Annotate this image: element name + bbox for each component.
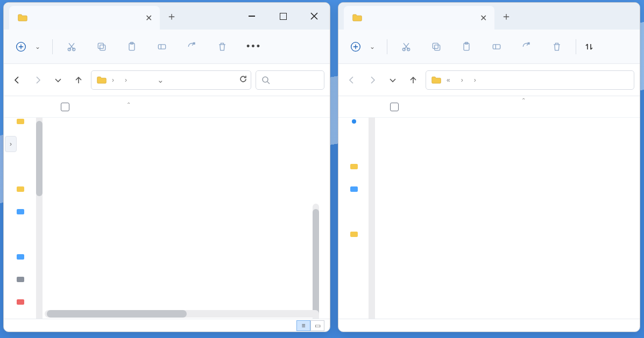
explorer-window-left: ✕ ＋ ⌄ ••• ›: [3, 2, 330, 332]
recent-button[interactable]: [385, 72, 401, 88]
back-button[interactable]: [344, 72, 360, 88]
minimize-button[interactable]: [236, 3, 267, 30]
file-list: [338, 118, 640, 319]
folder-icon: [97, 76, 107, 84]
delete-button[interactable]: [542, 36, 571, 57]
maximize-button[interactable]: [267, 3, 299, 30]
sidebar-peek: [5, 110, 36, 319]
svg-rect-12: [435, 45, 440, 50]
breadcrumb-back[interactable]: «: [447, 76, 450, 84]
svg-rect-4: [98, 43, 103, 48]
svg-rect-16: [493, 44, 500, 48]
separator: [52, 39, 53, 54]
svg-rect-3: [100, 45, 105, 50]
toolbar: ⌄ •••: [4, 30, 330, 64]
column-date[interactable]: ⌃: [511, 102, 613, 111]
new-tab-button[interactable]: ＋: [160, 3, 183, 30]
separator: [576, 39, 576, 54]
new-button[interactable]: ⌄: [8, 37, 48, 56]
up-button[interactable]: [70, 72, 87, 88]
forward-button[interactable]: [364, 72, 380, 88]
status-bar: ≡ ▭: [4, 319, 330, 332]
chevron-down-icon: ⌄: [35, 43, 40, 51]
copy-button[interactable]: [87, 36, 116, 57]
breadcrumb-sep: ›: [125, 76, 127, 84]
svg-point-8: [263, 77, 268, 82]
sidebar-peek: [338, 110, 370, 319]
scrollbar-vertical[interactable]: [313, 204, 319, 319]
new-button[interactable]: ⌄: [343, 37, 383, 56]
toolbar: ⌄: [338, 30, 640, 64]
recent-button[interactable]: [50, 72, 66, 88]
paste-button[interactable]: [117, 36, 146, 57]
copy-button[interactable]: [422, 36, 451, 57]
column-headers: ⌃: [4, 96, 330, 118]
folder-icon: [18, 14, 27, 21]
up-button[interactable]: [405, 72, 421, 88]
chevron-down-icon[interactable]: ⌄: [157, 75, 164, 85]
folder-icon: [352, 14, 362, 21]
svg-rect-13: [433, 43, 438, 48]
sort-indicator-icon: ⌃: [521, 97, 526, 103]
tab-close-button[interactable]: ✕: [145, 13, 152, 23]
select-all-checkbox[interactable]: [390, 103, 399, 111]
cut-button[interactable]: [57, 36, 86, 57]
address-bar[interactable]: › › ⌄: [91, 70, 251, 90]
cut-button[interactable]: [392, 36, 421, 57]
sort-button[interactable]: [585, 42, 597, 51]
tab-active[interactable]: ✕: [344, 6, 494, 30]
new-tab-button[interactable]: ＋: [494, 3, 518, 30]
share-button[interactable]: [178, 36, 207, 57]
paste-button[interactable]: [452, 36, 481, 57]
refresh-button[interactable]: [239, 75, 247, 85]
window-controls: [236, 3, 330, 30]
column-headers: ⌃: [338, 96, 640, 118]
folder-icon: [431, 76, 441, 84]
rename-button[interactable]: [482, 36, 511, 57]
share-button[interactable]: [512, 36, 541, 57]
select-all-checkbox[interactable]: [61, 103, 69, 111]
details-view-button[interactable]: ≡: [296, 320, 310, 331]
separator: [387, 39, 387, 54]
nav-row: « › ›: [338, 64, 640, 96]
titlebar[interactable]: ✕ ＋: [338, 3, 640, 30]
status-bar: [338, 319, 640, 332]
back-button[interactable]: [9, 72, 25, 88]
file-list: [4, 118, 330, 319]
svg-rect-7: [158, 44, 165, 48]
tab-close-button[interactable]: ✕: [480, 13, 487, 23]
scrollbar-vertical[interactable]: [36, 118, 43, 319]
search-input[interactable]: [256, 70, 324, 90]
titlebar[interactable]: ✕ ＋: [4, 3, 330, 30]
more-button[interactable]: •••: [238, 36, 267, 57]
address-bar[interactable]: « › ›: [426, 70, 634, 90]
rename-button[interactable]: [147, 36, 176, 57]
sort-indicator-icon: ⌃: [126, 102, 131, 107]
forward-button[interactable]: [30, 72, 46, 88]
scrollbar-horizontal[interactable]: [45, 310, 319, 318]
nav-row: › › ⌄: [4, 64, 330, 96]
tab-active[interactable]: ✕: [9, 6, 160, 30]
chevron-down-icon: ⌄: [370, 43, 375, 51]
breadcrumb-sep: ›: [112, 76, 114, 84]
icons-view-button[interactable]: ▭: [310, 320, 324, 331]
breadcrumb-sep: ›: [461, 76, 463, 84]
breadcrumb-sep: ›: [474, 76, 476, 84]
explorer-window-right: ✕ ＋ ⌄ « › ›: [338, 2, 640, 332]
delete-button[interactable]: [208, 36, 237, 57]
close-window-button[interactable]: [299, 3, 330, 30]
